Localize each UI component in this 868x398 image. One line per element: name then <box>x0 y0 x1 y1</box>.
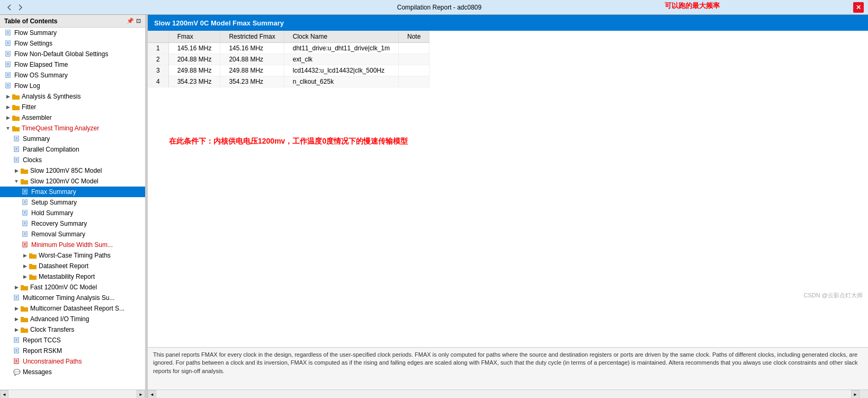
doc-icon <box>13 336 21 344</box>
cell-note <box>398 65 429 76</box>
sidebar-item-label: Fitter <box>22 103 36 111</box>
sidebar-item-datasheet-report[interactable]: ▶ Datasheet Report <box>0 261 145 271</box>
sidebar-item-label: Flow Elapsed Time <box>14 61 68 68</box>
sidebar-item-clock-transfers[interactable]: ▶ Clock Transfers <box>0 324 145 335</box>
sidebar-item-clocks[interactable]: Clocks <box>0 155 145 165</box>
cell-fmax: 145.16 MHz <box>168 43 220 54</box>
fmax-table: Fmax Restricted Fmax Clock Name Note 1 1… <box>148 31 429 87</box>
forward-button[interactable] <box>15 2 25 13</box>
sidebar-item-analysis-synthesis[interactable]: ▶ Analysis & Synthesis <box>0 91 145 102</box>
sidebar-item-label: Setup Summary <box>31 199 77 206</box>
table-area[interactable]: Fmax Restricted Fmax Clock Name Note 1 1… <box>148 31 868 347</box>
sidebar-item-fast-0c[interactable]: ▶ Fast 1200mV 0C Model <box>0 282 145 293</box>
bottom-scrollbar[interactable]: ◄ ► <box>148 390 868 398</box>
folder-icon <box>20 325 29 334</box>
doc-icon-red <box>13 357 21 366</box>
folder-icon <box>20 177 29 185</box>
sidebar-item-label: Fmax Summary <box>31 188 76 196</box>
folder-icon <box>20 315 29 323</box>
sidebar-item-label: Removal Summary <box>31 231 85 238</box>
sidebar-item-flow-settings[interactable]: Flow Settings <box>0 38 145 49</box>
table-row: 4 354.23 MHz 354.23 MHz n_clkout_625k <box>148 76 429 87</box>
close-button[interactable]: ✕ <box>853 2 864 13</box>
folder-icon <box>12 113 20 122</box>
doc-icon-selected <box>21 188 30 196</box>
scroll-left-btn-main[interactable]: ◄ <box>148 390 156 398</box>
sidebar-item-assembler[interactable]: ▶ Assembler <box>0 112 145 123</box>
sidebar-item-setup-summary[interactable]: Setup Summary <box>0 197 145 208</box>
scroll-right-btn[interactable]: ► <box>137 390 145 398</box>
sidebar-item-worst-case[interactable]: ▶ Worst-Case Timing Paths <box>0 250 145 261</box>
doc-icon <box>21 198 30 207</box>
sidebar-item-unconstrained-paths[interactable]: Unconstrained Paths <box>0 356 145 367</box>
sidebar-item-multicorner-timing[interactable]: Multicorner Timing Analysis Su... <box>0 293 145 303</box>
sidebar-item-flow-log[interactable]: Flow Log <box>0 81 145 91</box>
scroll-right-btn-main[interactable]: ► <box>851 390 860 398</box>
sidebar-item-min-pulse[interactable]: Minimum Pulse Width Sum... <box>0 240 145 250</box>
collapse-icon: ▼ <box>4 126 12 131</box>
sidebar-item-messages[interactable]: 💬 Messages <box>0 367 145 377</box>
doc-icon <box>21 230 30 238</box>
doc-icon <box>4 60 13 69</box>
sidebar-item-summary[interactable]: Summary <box>0 134 145 144</box>
sidebar-item-multicorner-datasheet[interactable]: ▶ Multicorner Datasheet Report S... <box>0 303 145 314</box>
sidebar-item-label: Flow Summary <box>14 29 57 37</box>
title-annotation: 可以跑的最大频率 <box>665 1 720 11</box>
cell-restricted-fmax: 354.23 MHz <box>220 76 284 87</box>
col-clock-name: Clock Name <box>284 31 398 43</box>
doc-icon <box>13 145 21 154</box>
expand-icon: ▶ <box>4 115 12 120</box>
sidebar-item-report-tccs[interactable]: Report TCCS <box>0 335 145 346</box>
sidebar-item-metastability[interactable]: ▶ Metastability Report <box>0 271 145 282</box>
col-note: Note <box>398 31 429 43</box>
sidebar-item-advanced-io[interactable]: ▶ Advanced I/O Timing <box>0 314 145 324</box>
col-restricted-fmax: Restricted Fmax <box>220 31 284 43</box>
sidebar-item-recovery-summary[interactable]: Recovery Summary <box>0 218 145 229</box>
sidebar-item-label: Flow OS Summary <box>14 72 68 79</box>
window-title: Compilation Report - adc0809 <box>25 4 853 11</box>
sidebar-item-fmax-summary[interactable]: Fmax Summary <box>0 187 145 197</box>
sidebar-item-parallel-compilation[interactable]: Parallel Compilation <box>0 144 145 155</box>
expand-icon: ▶ <box>13 316 20 322</box>
sidebar-item-timequest[interactable]: ▼ TimeQuest Timing Analyzer <box>0 123 145 134</box>
sidebar-scrollbar[interactable]: ◄ ► <box>0 390 145 398</box>
table-row: 3 249.88 MHz 249.88 MHz lcd14432:u_lcd14… <box>148 65 429 76</box>
folder-icon <box>29 251 37 260</box>
sidebar-item-removal-summary[interactable]: Removal Summary <box>0 229 145 240</box>
sidebar-item-label: Summary <box>23 135 50 143</box>
folder-icon <box>20 304 29 313</box>
sidebar-item-label: Hold Summary <box>31 209 73 217</box>
sidebar-item-label: Clocks <box>23 156 42 164</box>
scroll-track[interactable] <box>8 390 137 398</box>
doc-icon-red <box>21 241 30 249</box>
expand-icon: ▶ <box>13 327 20 332</box>
scroll-left-btn[interactable]: ◄ <box>0 390 8 398</box>
scroll-track-main[interactable] <box>156 390 851 398</box>
sidebar-item-label: Slow 1200mV 0C Model <box>30 178 99 185</box>
expand-icon: ▶ <box>21 274 29 279</box>
table-body: 1 145.16 MHz 145.16 MHz dht11_drive:u_dh… <box>148 43 429 87</box>
sidebar-item-flow-non-default[interactable]: Flow Non-Default Global Settings <box>0 49 145 59</box>
sidebar-item-flow-elapsed[interactable]: Flow Elapsed Time <box>0 59 145 70</box>
expand-icon: ▶ <box>13 306 20 311</box>
sidebar-item-label: Flow Log <box>14 82 40 90</box>
expand-icon: ▶ <box>13 168 20 173</box>
sidebar: Table of Contents 📌 ⊡ Flow Summary <box>0 15 146 398</box>
cell-clock-name: ext_clk <box>284 54 398 65</box>
back-button[interactable] <box>4 2 15 13</box>
sidebar-item-slow-0c[interactable]: ▼ Slow 1200mV 0C Model <box>0 176 145 187</box>
sidebar-item-report-rskm[interactable]: Report RSKM <box>0 346 145 356</box>
sidebar-content[interactable]: Flow Summary Flow Settings Flow Non-Defa… <box>0 28 145 390</box>
cell-note <box>398 54 429 65</box>
pin-icon[interactable]: 📌 <box>127 17 134 24</box>
expand-icon: ▶ <box>21 263 29 269</box>
resize-icon[interactable]: ⊡ <box>136 17 141 24</box>
sidebar-item-hold-summary[interactable]: Hold Summary <box>0 208 145 218</box>
folder-icon <box>12 103 20 111</box>
sidebar-item-slow-85c[interactable]: ▶ Slow 1200mV 85C Model <box>0 165 145 176</box>
description-bar: This panel reports FMAX for every clock … <box>148 347 868 390</box>
sidebar-item-label: Unconstrained Paths <box>23 358 82 365</box>
sidebar-item-fitter[interactable]: ▶ Fitter <box>0 102 145 112</box>
sidebar-item-flow-os-summary[interactable]: Flow OS Summary <box>0 70 145 81</box>
sidebar-item-flow-summary[interactable]: Flow Summary <box>0 28 145 38</box>
